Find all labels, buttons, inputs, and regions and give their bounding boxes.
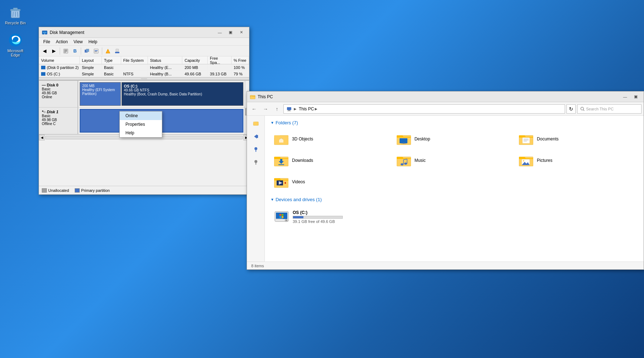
folder-videos[interactable]: Videos	[271, 173, 393, 191]
disk0-efi-partition[interactable]: 200 MB Healthy (EFI System Partition)	[80, 82, 121, 106]
header-status[interactable]: Status	[148, 56, 183, 64]
nav-up[interactable]: ↑	[272, 104, 282, 114]
disk0-size: 49.86 GB	[42, 91, 75, 95]
folders-section-header[interactable]: ▼ Folders (7)	[271, 120, 638, 125]
disk-mgmt-titlebar: Disk Management — ▣ ✕	[39, 27, 249, 38]
volume-freespace: 39.13 GB	[208, 71, 231, 77]
svg-rect-69	[282, 214, 283, 216]
toolbar-separator-3	[102, 48, 102, 55]
close-button[interactable]: ✕	[236, 29, 246, 36]
minimize-button[interactable]: —	[215, 29, 225, 36]
folder-videos-icon	[274, 175, 288, 188]
back-button[interactable]: ◀	[40, 47, 49, 55]
header-type[interactable]: Type	[102, 56, 121, 64]
toolbar-btn-3[interactable]	[83, 47, 91, 55]
maximize-button[interactable]: ▣	[226, 29, 236, 36]
sidebar-pin-icon[interactable]	[249, 144, 263, 155]
sidebar-pin2-icon[interactable]	[249, 156, 263, 168]
nav-forward[interactable]: →	[261, 104, 271, 114]
address-bar[interactable]: ► This PC ►	[283, 104, 565, 114]
os-name: OS (C:)	[124, 84, 241, 88]
menu-view[interactable]: View	[71, 39, 86, 45]
devices-section-title: Devices and drives (1)	[276, 197, 322, 202]
header-freespace[interactable]: Free Spa...	[208, 56, 231, 64]
svg-rect-38	[400, 138, 407, 143]
volume-filesystem: NTFS	[121, 71, 148, 77]
folder-3d-objects[interactable]: 3D Objects	[271, 130, 393, 148]
svg-point-32	[254, 147, 257, 150]
svg-point-51	[404, 163, 407, 165]
refresh-button[interactable]: ↻	[566, 104, 576, 114]
folder-music-icon	[397, 154, 411, 167]
sidebar-expand-icon[interactable]	[249, 118, 263, 129]
explorer-statusbar: 8 items	[247, 262, 644, 269]
table-row[interactable]: (Disk 0 partition 2) Simple Basic Health…	[39, 64, 249, 71]
table-row[interactable]: OS (C:) Simple Basic NTFS Healthy (B... …	[39, 71, 249, 77]
folder-downloads[interactable]: Downloads	[271, 151, 393, 170]
ctx-properties[interactable]: Properties	[120, 120, 162, 129]
primary-swatch	[75, 188, 80, 193]
svg-point-34	[254, 160, 257, 163]
explorer-minimize[interactable]: —	[620, 93, 630, 101]
search-icon	[580, 107, 585, 111]
devices-section-header[interactable]: ▼ Devices and drives (1)	[271, 197, 638, 202]
explorer-window: This PC — ▣ ← → ↑ ► This PC ► ↻	[247, 91, 644, 270]
disk0-row: — Disk 0 Basic 49.86 GB Online 200 MB He…	[39, 81, 249, 108]
drive-os-label: OS (C:)	[293, 210, 343, 215]
drive-bar-container	[293, 216, 343, 219]
help-button[interactable]: B	[71, 47, 79, 55]
disk-mgmt-toolbar: ◀ ▶ B !	[39, 46, 249, 56]
microsoft-edge-icon[interactable]: Microsoft Edge	[3, 31, 28, 59]
recycle-bin-icon[interactable]: Recycle Bin	[3, 4, 28, 26]
folder-pictures[interactable]: Pictures	[515, 151, 638, 170]
ctx-online[interactable]: Online	[120, 111, 162, 120]
folder-music[interactable]: Music	[393, 151, 516, 170]
header-pctfree[interactable]: % Free	[232, 56, 249, 64]
folder-downloads-label: Downloads	[292, 158, 313, 163]
menu-file[interactable]: File	[40, 39, 53, 45]
folder-desktop[interactable]: Desktop	[393, 130, 516, 148]
folder-desktop-icon	[397, 133, 411, 145]
nav-back[interactable]: ←	[249, 104, 259, 114]
ctx-help[interactable]: Help	[120, 129, 162, 137]
toolbar-btn-4[interactable]	[92, 47, 100, 55]
toolbar-btn-5[interactable]: !	[104, 47, 112, 55]
drive-os-c[interactable]: OS (C:) 39.1 GB free of 49.6 GB	[271, 207, 360, 227]
disk0-os-partition[interactable]: OS (C:) 49.66 GB NTFS Healthy (Boot, Cra…	[122, 82, 244, 106]
scroll-left[interactable]: ◀	[39, 135, 45, 140]
svg-rect-15	[86, 49, 89, 52]
svg-rect-22	[116, 49, 119, 51]
header-filesystem[interactable]: File System	[121, 56, 148, 64]
address-chevron: ►	[314, 106, 318, 111]
volume-pctfree: 100 %	[232, 64, 249, 70]
folder-desktop-label: Desktop	[415, 136, 430, 141]
properties-button[interactable]	[61, 47, 70, 55]
header-capacity[interactable]: Capacity	[182, 56, 208, 64]
explorer-nav: ← → ↑ ► This PC ► ↻ Search This PC	[247, 102, 644, 116]
sidebar-back-icon[interactable]	[249, 131, 263, 142]
svg-rect-21	[115, 52, 119, 53]
status-item-count: 8 items	[251, 264, 264, 268]
svg-point-50	[401, 163, 403, 165]
header-layout[interactable]: Layout	[80, 56, 102, 64]
svg-rect-71	[282, 216, 283, 218]
svg-rect-24	[287, 107, 291, 110]
forward-button[interactable]: ▶	[50, 47, 58, 55]
unalloc-swatch	[42, 188, 47, 193]
menu-help[interactable]: Help	[86, 39, 100, 45]
search-box[interactable]: Search This PC	[577, 104, 641, 114]
explorer-maximize[interactable]: ▣	[631, 93, 641, 101]
menu-action[interactable]: Action	[53, 39, 70, 45]
svg-rect-39	[403, 143, 405, 144]
disk-icon	[41, 72, 45, 76]
folder-documents[interactable]: Documents	[515, 130, 638, 148]
resize-handle[interactable]: ───	[39, 77, 249, 80]
microsoft-edge-label: Microsoft Edge	[4, 49, 26, 57]
toolbar-btn-6[interactable]	[113, 47, 122, 55]
header-volume[interactable]: Volume	[39, 56, 80, 64]
folder-videos-label: Videos	[292, 179, 305, 184]
legend-unallocated: Unallocated	[42, 188, 69, 193]
svg-point-66	[286, 220, 287, 221]
drive-os-info: OS (C:) 39.1 GB free of 49.6 GB	[293, 210, 343, 224]
address-this-pc[interactable]: This PC	[299, 106, 314, 111]
